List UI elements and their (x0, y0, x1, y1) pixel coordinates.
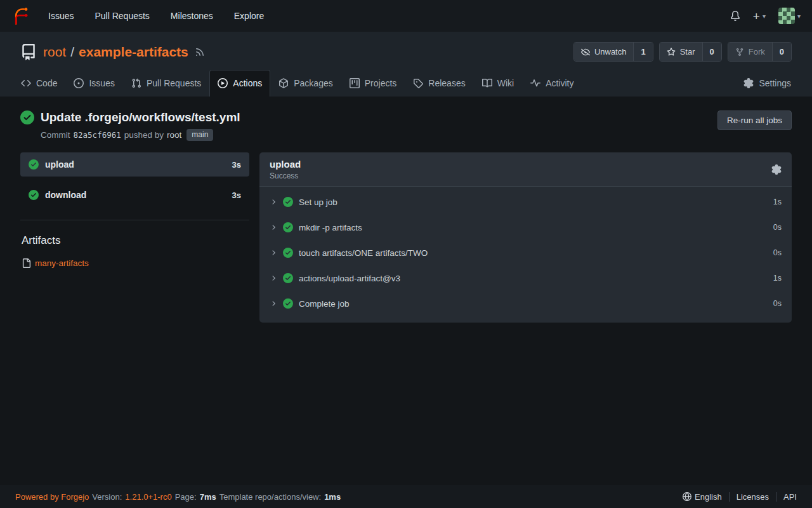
fork-button-group: Fork 0 (728, 42, 792, 62)
job-name: download (45, 190, 86, 200)
template-time-label: Template repo/actions/view: (219, 492, 321, 502)
template-time-value: 1ms (324, 492, 341, 502)
api-link[interactable]: API (776, 492, 797, 502)
repo-owner-link[interactable]: root (43, 44, 66, 60)
version-link[interactable]: 1.21.0+1-rc0 (125, 492, 171, 502)
fork-label: Fork (749, 47, 765, 57)
tab-actions[interactable]: Actions (209, 70, 270, 97)
repo-name-link[interactable]: example-artifacts (79, 44, 188, 60)
job-duration: 3s (232, 160, 241, 170)
fork-button[interactable]: Fork (728, 43, 772, 61)
step-name: mkdir -p artifacts (299, 223, 362, 232)
sidebar-divider (20, 220, 249, 220)
job-detail-panel: upload Success Set up job 1s mkdir -p (259, 152, 792, 323)
chevron-down-icon: ▾ (797, 13, 801, 20)
tab-label: Settings (759, 78, 791, 88)
forks-count[interactable]: 0 (772, 43, 791, 61)
forgejo-logo-icon (11, 6, 30, 25)
job-detail-title-block: upload Success (270, 159, 301, 180)
nav-milestones[interactable]: Milestones (171, 11, 213, 21)
stars-count[interactable]: 0 (702, 43, 721, 61)
tab-label: Pull Requests (147, 78, 201, 88)
run-title-block: Update .forgejo/workflows/test.yml Commi… (20, 110, 240, 141)
success-check-icon (20, 110, 34, 124)
fork-icon (735, 48, 744, 57)
success-check-icon (29, 190, 39, 200)
job-status: Success (270, 171, 301, 180)
chevron-right-icon (270, 249, 277, 257)
version-label: Version: (92, 492, 122, 502)
tab-settings[interactable]: Settings (735, 70, 799, 97)
step-name: Complete job (299, 299, 350, 309)
code-icon (21, 78, 31, 88)
step-row-mkdir[interactable]: mkdir -p artifacts 0s (259, 215, 792, 240)
footer-right: English Licenses API (676, 492, 797, 502)
step-list: Set up job 1s mkdir -p artifacts 0s touc… (259, 187, 792, 323)
file-icon (22, 258, 31, 268)
nav-pull-requests[interactable]: Pull Requests (95, 11, 149, 21)
step-row-touch[interactable]: touch artifacts/ONE artifacts/TWO 0s (259, 240, 792, 265)
tab-label: Code (36, 78, 57, 88)
licenses-link[interactable]: Licenses (729, 492, 776, 502)
rss-icon (195, 47, 205, 57)
repo-header: root / example-artifacts Unwatch 1 Star … (0, 32, 812, 97)
step-row-upload-artifact[interactable]: actions/upload-artifact@v3 1s (259, 265, 792, 291)
unwatch-button[interactable]: Unwatch (574, 43, 634, 61)
tab-code[interactable]: Code (13, 70, 65, 97)
step-row-setup-job[interactable]: Set up job 1s (259, 189, 792, 215)
commit-sha-link[interactable]: 82a5cf6961 (74, 130, 121, 140)
avatar (778, 8, 795, 24)
tab-wiki[interactable]: Wiki (474, 70, 522, 97)
watchers-count[interactable]: 1 (633, 43, 652, 61)
repo-tab-bar: Code Issues Pull Requests Actions Packag… (0, 70, 812, 97)
job-item-upload[interactable]: upload 3s (20, 152, 249, 177)
step-duration: 1s (773, 274, 782, 283)
book-icon (482, 78, 492, 88)
step-duration: 0s (773, 223, 782, 232)
star-button[interactable]: Star (660, 43, 702, 61)
repo-breadcrumb: root / example-artifacts (43, 44, 188, 60)
tag-icon (413, 78, 423, 88)
run-title-row: Update .forgejo/workflows/test.yml (20, 110, 240, 124)
plus-icon: + (753, 10, 760, 22)
rerun-all-jobs-button[interactable]: Re-run all jobs (717, 110, 792, 130)
tab-label: Packages (294, 78, 332, 88)
notifications-button[interactable] (730, 11, 740, 21)
branch-badge[interactable]: main (187, 129, 213, 141)
star-icon (667, 48, 676, 57)
tab-pull-requests[interactable]: Pull Requests (123, 70, 209, 97)
tab-issues[interactable]: Issues (65, 70, 122, 97)
language-selector[interactable]: English (676, 492, 729, 502)
run-body: upload 3s download 3s Artifacts many-art… (20, 152, 792, 323)
create-new-button[interactable]: + ▾ (753, 10, 766, 22)
project-icon (350, 78, 360, 88)
chevron-right-icon (270, 274, 277, 282)
step-row-complete-job[interactable]: Complete job 0s (259, 291, 792, 316)
step-name: actions/upload-artifact@v3 (299, 274, 400, 283)
job-item-download[interactable]: download 3s (20, 183, 249, 207)
forgejo-logo[interactable] (11, 6, 30, 25)
footer-left: Powered by Forgejo Version: 1.21.0+1-rc0… (15, 492, 341, 502)
success-check-icon (283, 273, 293, 283)
powered-by-link[interactable]: Powered by Forgejo (15, 492, 89, 502)
step-duration: 0s (773, 299, 782, 308)
tab-packages[interactable]: Packages (270, 70, 341, 97)
artifact-download-link[interactable]: many-artifacts (35, 258, 89, 268)
nav-explore[interactable]: Explore (234, 11, 264, 21)
nav-issues[interactable]: Issues (48, 11, 74, 21)
user-menu[interactable]: ▾ (778, 8, 801, 24)
star-label: Star (680, 47, 695, 57)
commit-line: Commit 82a5cf6961 pushed by root main (41, 129, 240, 141)
pusher-link[interactable]: root (167, 130, 181, 140)
job-sidebar: upload 3s download 3s Artifacts many-art… (20, 152, 249, 268)
tab-activity[interactable]: Activity (522, 70, 582, 97)
rss-feed-button[interactable] (195, 47, 205, 57)
step-duration: 1s (773, 197, 782, 206)
tab-label: Projects (365, 78, 397, 88)
job-options-button[interactable] (771, 164, 782, 175)
pulse-icon (530, 78, 540, 88)
tab-releases[interactable]: Releases (405, 70, 473, 97)
run-title: Update .forgejo/workflows/test.yml (41, 110, 240, 124)
play-circle-icon (218, 78, 228, 88)
tab-projects[interactable]: Projects (341, 70, 405, 97)
